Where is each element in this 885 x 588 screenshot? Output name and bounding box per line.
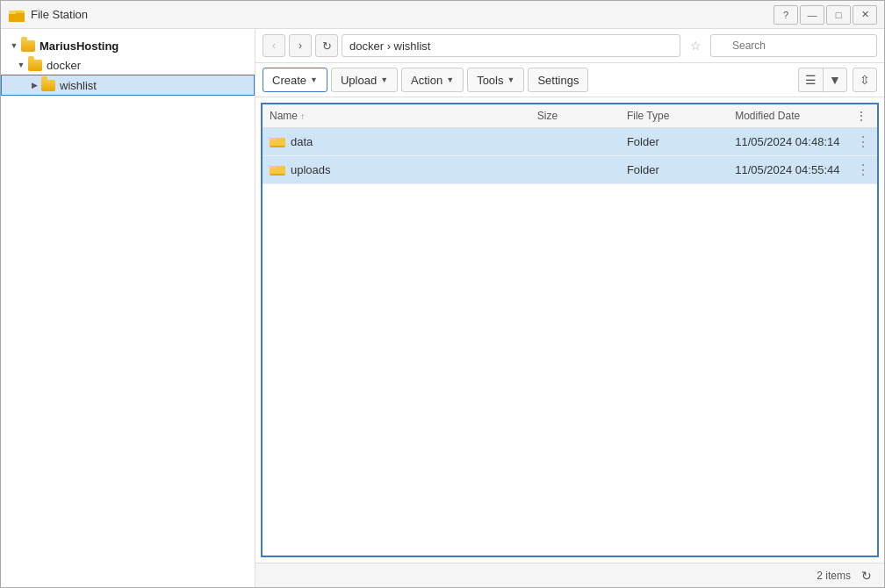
table-row[interactable]: data Folder 11/05/2024 04:48:14 ⋮	[263, 128, 877, 156]
svg-rect-1	[9, 13, 25, 22]
svg-rect-2	[9, 11, 16, 14]
search-input[interactable]	[710, 34, 877, 57]
table-row[interactable]: uploads Folder 11/05/2024 04:55:44 ⋮	[263, 156, 877, 184]
file-date-0: 11/05/2024 04:48:14	[728, 128, 849, 156]
svg-rect-5	[270, 138, 277, 140]
folder-icon-1	[270, 162, 285, 178]
path-toolbar: ‹ › ↻ docker › wishlist ☆ 🔍	[255, 29, 884, 63]
action-button[interactable]: Action ▼	[401, 68, 464, 92]
file-more-0: ⋮	[849, 128, 877, 156]
action-label: Action	[411, 74, 442, 87]
path-text: docker › wishlist	[349, 39, 430, 53]
create-label: Create	[272, 74, 306, 87]
svg-rect-8	[270, 166, 277, 169]
refresh-button[interactable]: ↻	[315, 34, 338, 57]
tools-label: Tools	[477, 74, 503, 87]
file-table-body: data Folder 11/05/2024 04:48:14 ⋮	[263, 128, 877, 184]
view-options-button[interactable]: ▼	[823, 68, 847, 92]
close-button[interactable]: ✕	[853, 5, 877, 25]
col-header-name[interactable]: Name ↑	[263, 104, 530, 128]
tools-button[interactable]: Tools ▼	[467, 68, 524, 92]
action-arrow: ▼	[446, 75, 454, 84]
sidebar-item-docker[interactable]: ▼ docker	[1, 55, 255, 75]
upload-label: Upload	[341, 74, 377, 87]
sidebar-item-mariushosting[interactable]: ▼ MariusHosting	[1, 36, 255, 55]
row-more-icon-0[interactable]: ⋮	[856, 134, 870, 149]
docker-arrow: ▼	[15, 59, 27, 71]
status-bar: 2 items ↻	[255, 563, 884, 587]
file-table-wrapper: Name ↑ Size File Type Modified Date ⋮	[261, 103, 879, 557]
search-wrapper: 🔍	[710, 34, 877, 57]
more-options-icon[interactable]: ⋮	[856, 110, 867, 122]
file-size-1	[530, 156, 620, 184]
file-date-1: 11/05/2024 04:55:44	[728, 156, 849, 184]
create-button[interactable]: Create ▼	[263, 68, 327, 92]
collapse-arrow: ▼	[8, 39, 20, 52]
window-controls: ? — □ ✕	[773, 5, 877, 25]
back-button[interactable]: ‹	[263, 34, 285, 57]
col-header-modified[interactable]: Modified Date	[728, 104, 849, 128]
file-name: uploads	[291, 163, 331, 176]
file-name: data	[291, 135, 313, 148]
main-content: ▼ MariusHosting ▼ docker ▶ wishlist	[1, 29, 884, 587]
wishlist-arrow: ▶	[28, 79, 40, 91]
file-more-1: ⋮	[849, 156, 877, 184]
app-icon	[8, 6, 25, 24]
col-header-size[interactable]: Size	[530, 104, 620, 128]
file-type-0: Folder	[620, 128, 728, 156]
file-panel: ‹ › ↻ docker › wishlist ☆ 🔍 Create ▼	[255, 29, 884, 587]
file-name-cell-0: data	[263, 128, 530, 156]
help-button[interactable]: ?	[773, 5, 798, 25]
forward-button[interactable]: ›	[289, 34, 312, 57]
title-bar: File Station ? — □ ✕	[1, 1, 884, 29]
list-view-button[interactable]: ☰	[798, 68, 823, 92]
window-title: File Station	[31, 8, 773, 21]
root-folder-icon	[20, 39, 36, 53]
status-refresh-button[interactable]: ↻	[858, 567, 875, 584]
docker-label: docker	[47, 59, 81, 72]
sort-button[interactable]: ⇳	[853, 68, 877, 92]
view-toggle-group: ☰ ▼	[798, 68, 847, 92]
file-type-1: Folder	[620, 156, 728, 184]
file-size-0	[530, 128, 620, 156]
tools-arrow: ▼	[507, 75, 515, 84]
file-station-window: File Station ? — □ ✕ ▼ MariusHosting ▼	[0, 0, 885, 588]
upload-arrow: ▼	[380, 75, 388, 84]
docker-folder-icon	[27, 58, 43, 72]
table-header-row: Name ↑ Size File Type Modified Date ⋮	[263, 104, 877, 128]
action-toolbar: Create ▼ Upload ▼ Action ▼ Tools ▼ Setti…	[255, 63, 884, 97]
wishlist-folder-icon	[40, 78, 56, 92]
sidebar: ▼ MariusHosting ▼ docker ▶ wishlist	[1, 29, 255, 587]
maximize-button[interactable]: □	[826, 5, 851, 25]
file-table: Name ↑ Size File Type Modified Date ⋮	[263, 104, 877, 184]
name-sort-icon: ↑	[300, 111, 305, 121]
col-header-more: ⋮	[849, 104, 877, 128]
items-count: 2 items	[817, 570, 851, 582]
root-label: MariusHosting	[40, 39, 119, 53]
settings-label: Settings	[537, 74, 579, 87]
row-more-icon-1[interactable]: ⋮	[856, 162, 870, 177]
sidebar-item-wishlist[interactable]: ▶ wishlist	[1, 75, 255, 96]
minimize-button[interactable]: —	[800, 5, 824, 25]
create-arrow: ▼	[310, 75, 318, 84]
path-bar: docker › wishlist	[342, 34, 680, 57]
wishlist-label: wishlist	[60, 79, 97, 92]
col-header-filetype[interactable]: File Type	[620, 104, 728, 128]
settings-button[interactable]: Settings	[528, 68, 588, 92]
upload-button[interactable]: Upload ▼	[331, 68, 398, 92]
folder-icon-0	[270, 134, 285, 150]
favorite-button[interactable]: ☆	[684, 34, 707, 57]
file-name-cell-1: uploads	[263, 156, 530, 184]
